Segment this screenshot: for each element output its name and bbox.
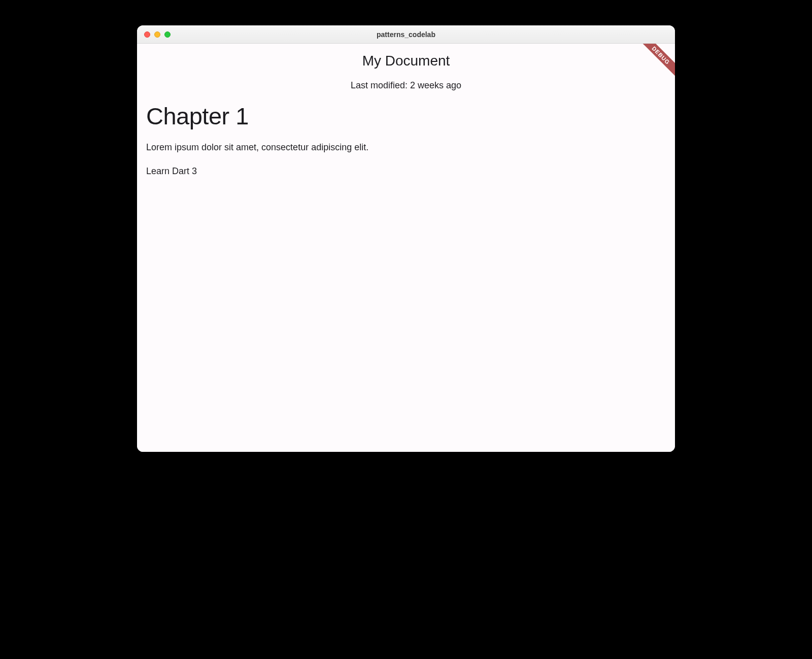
document-header: My Document Last modified: 2 weeks ago bbox=[137, 44, 675, 91]
maximize-icon[interactable] bbox=[164, 31, 171, 38]
window-title: patterns_codelab bbox=[137, 30, 675, 39]
body-paragraph: Lorem ipsum dolor sit amet, consectetur … bbox=[146, 142, 666, 153]
chapter-heading: Chapter 1 bbox=[146, 102, 666, 130]
titlebar: patterns_codelab bbox=[137, 25, 675, 44]
traffic-lights bbox=[137, 31, 171, 38]
app-window: patterns_codelab DEBUG My Document Last … bbox=[137, 25, 675, 452]
last-modified-label: Last modified: 2 weeks ago bbox=[137, 80, 675, 91]
close-icon[interactable] bbox=[144, 31, 150, 38]
body-paragraph: Learn Dart 3 bbox=[146, 166, 666, 177]
minimize-icon[interactable] bbox=[154, 31, 160, 38]
document-body: Chapter 1 Lorem ipsum dolor sit amet, co… bbox=[137, 102, 675, 177]
app-content: DEBUG My Document Last modified: 2 weeks… bbox=[137, 44, 675, 452]
document-title: My Document bbox=[137, 53, 675, 69]
